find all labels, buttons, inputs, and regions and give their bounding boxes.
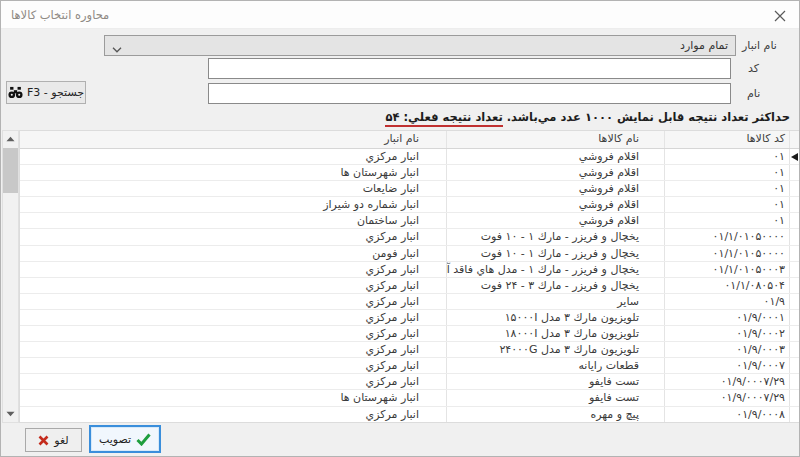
status-current-count: تعداد نتيجه فعلي: ۵۴ <box>385 110 502 127</box>
table-row[interactable]: ۰۱/۹/۰۰۰۳ تلويزيون مارك ۳ مدل ۲۴۰۰۰G انب… <box>20 342 799 358</box>
scroll-down-arrow-icon[interactable] <box>3 406 18 422</box>
cell-code: ۰۱/۹/۰۰۰۸ <box>664 407 789 422</box>
cell-name: اقلام فروشي <box>446 197 664 212</box>
approve-button[interactable]: تصويب <box>89 425 161 453</box>
cell-name: ساير <box>446 294 664 309</box>
search-button[interactable]: جستجو - F3 <box>6 81 86 104</box>
row-indicator-cell <box>789 326 799 341</box>
cell-warehouse: انبار مركزي <box>20 294 446 309</box>
warehouse-select[interactable]: تمام موارد <box>104 35 736 56</box>
cell-name: تست فايفو <box>446 390 664 405</box>
indicator-column-header <box>789 131 799 148</box>
cell-warehouse: انبار فومن <box>20 246 446 261</box>
dialog-title: محاوره انتخاب كالاها <box>11 8 109 22</box>
cell-name: يخچال و فريزر - مارك ۱ - ۱۰ فوت <box>446 246 664 261</box>
row-indicator-cell <box>789 342 799 357</box>
cell-warehouse: انبار مركزي <box>20 262 446 277</box>
cancel-button[interactable]: لغو <box>25 428 82 452</box>
chevron-down-icon <box>112 43 122 56</box>
result-count-status: حداكثر تعداد نتيجه قابل نمايش ۱۰۰۰ عدد م… <box>385 110 790 124</box>
title-bar: محاوره انتخاب كالاها <box>1 1 799 29</box>
table-row[interactable]: ۰۱/۹ ساير انبار مركزي <box>20 294 799 310</box>
cell-name: اقلام فروشي <box>446 149 664 164</box>
warehouse-label: نام انبار <box>742 39 777 52</box>
cell-name: پيچ و مهره <box>446 407 664 422</box>
cell-code: ۰۱ <box>664 197 789 212</box>
cell-warehouse: انبار ضايعات <box>20 181 446 196</box>
row-indicator-cell <box>789 213 799 228</box>
cell-name: يخچال و فريزر - مارك ۳ - ۲۴ فوت <box>446 278 664 293</box>
grid-body: ۰۱ اقلام فروشي انبار مركزي ۰۱ اقلام فروش… <box>20 149 799 423</box>
row-indicator-cell <box>789 358 799 373</box>
column-header-code[interactable]: كد كالاها <box>664 131 789 148</box>
cell-code: ۰۱/۱/۰۱۰۵۰۰۰۰ <box>664 229 789 244</box>
scroll-up-arrow-icon[interactable] <box>3 131 18 147</box>
cell-code: ۰۱/۱/۰۱۰۵۰۰۰۳ <box>664 262 789 277</box>
name-input[interactable] <box>208 83 731 104</box>
table-row[interactable]: ۰۱/۱/۰۱۰۵۰۰۰۰ يخچال و فريزر - مارك ۱ - ۱… <box>20 229 799 245</box>
table-row[interactable]: ۰۱/۹/۰۰۰۸ پيچ و مهره انبار مركزي <box>20 407 799 423</box>
close-icon[interactable] <box>773 9 787 23</box>
table-row[interactable]: ۰۱/۹/۰۰۰۷/۲۹ تست فايفو انبار شهرستان ها <box>20 390 799 406</box>
cell-warehouse: انبار شهرستان ها <box>20 390 446 405</box>
cell-warehouse: انبار مركزي <box>20 326 446 341</box>
row-indicator-cell <box>789 374 799 389</box>
cell-warehouse: انبار مركزي <box>20 229 446 244</box>
cell-name: تلويزيون مارك ۳ مدل ۲۴۰۰۰G <box>446 342 664 357</box>
table-row[interactable]: ۰۱ اقلام فروشي انبار شهرستان ها <box>20 165 799 181</box>
cell-code: ۰۱/۹/۰۰۰۷/۲۹ <box>664 374 789 389</box>
code-label: كد <box>748 62 759 75</box>
cell-warehouse: انبار ساختمان <box>20 213 446 228</box>
scrollbar-thumb[interactable] <box>3 148 18 193</box>
table-row[interactable]: ۰۱/۹/۰۰۰۱ تلويزيون مارك ۳ مدل ۱۵۰۰۰I انب… <box>20 310 799 326</box>
cell-warehouse: انبار شهرستان ها <box>20 165 446 180</box>
cell-code: ۰۱/۹/۰۰۰۳ <box>664 342 789 357</box>
table-row[interactable]: ۰۱ اقلام فروشي انبار ضايعات <box>20 181 799 197</box>
row-indicator-cell <box>789 229 799 244</box>
cell-warehouse: انبار مركزي <box>20 374 446 389</box>
cell-name: اقلام فروشي <box>446 213 664 228</box>
row-indicator-cell <box>789 149 799 164</box>
table-row[interactable]: ۰۱/۹/۰۰۰۷ قطعات رايانه انبار مركزي <box>20 358 799 374</box>
row-indicator-cell <box>789 181 799 196</box>
table-row[interactable]: ۰۱/۹/۰۰۰۷/۲۹ تست فايفو انبار مركزي <box>20 374 799 390</box>
column-header-warehouse[interactable]: نام انبار <box>20 131 446 148</box>
cell-code: ۰۱ <box>664 165 789 180</box>
table-row[interactable]: ۰۱/۱/۰۱۰۵۰۰۰۳ يخچال و فريزر - مارك ۱ - م… <box>20 262 799 278</box>
green-check-icon <box>136 433 151 446</box>
cell-name: اقلام فروشي <box>446 181 664 196</box>
cell-warehouse: انبار مركزي <box>20 278 446 293</box>
approve-button-label: تصويب <box>99 433 131 446</box>
code-input[interactable] <box>208 58 731 79</box>
triangle-left-marker <box>791 153 798 161</box>
row-indicator-cell <box>789 390 799 405</box>
status-text: حداكثر تعداد نتيجه قابل نمايش ۱۰۰۰ عدد م… <box>503 110 790 124</box>
name-label: نام <box>747 87 760 100</box>
table-row[interactable]: ۰۱/۱/۰۸۰۵۰۴ يخچال و فريزر - مارك ۳ - ۲۴ … <box>20 278 799 294</box>
row-indicator-cell <box>789 278 799 293</box>
table-row[interactable]: ۰۱ اقلام فروشي انبار مركزي <box>20 149 799 165</box>
table-row[interactable]: ۰۱/۱/۰۱۰۵۰۰۰۰ يخچال و فريزر - مارك ۱ - ۱… <box>20 246 799 262</box>
cell-warehouse: انبار مركزي <box>20 149 446 164</box>
table-row[interactable]: ۰۱/۹/۰۰۰۲ تلويزيون مارك ۳ مدل ۱۸۰۰۰I انب… <box>20 326 799 342</box>
table-row[interactable]: ۰۱ اقلام فروشي انبار ساختمان <box>20 213 799 229</box>
column-header-name[interactable]: نام كالاها <box>446 131 664 148</box>
cell-warehouse: انبار مركزي <box>20 358 446 373</box>
table-row[interactable]: ۰۱ اقلام فروشي انبار شماره دو شيراز <box>20 197 799 213</box>
binoculars-icon <box>8 86 23 99</box>
row-indicator-cell <box>789 197 799 212</box>
cell-name: تلويزيون مارك ۳ مدل ۱۵۰۰۰I <box>446 310 664 325</box>
cell-code: ۰۱/۹ <box>664 294 789 309</box>
grid-header-row: كد كالاها نام كالاها نام انبار <box>20 131 799 149</box>
cell-warehouse: انبار مركزي <box>20 407 446 422</box>
row-indicator-cell <box>789 407 799 422</box>
cell-code: ۰۱/۱/۰۸۰۵۰۴ <box>664 278 789 293</box>
select-goods-dialog: محاوره انتخاب كالاها نام انبار تمام موار… <box>0 0 800 457</box>
cell-name: قطعات رايانه <box>446 358 664 373</box>
row-indicator-cell <box>789 246 799 261</box>
row-indicator-cell <box>789 310 799 325</box>
cell-name: اقلام فروشي <box>446 165 664 180</box>
vertical-scrollbar[interactable] <box>2 130 19 423</box>
cell-code: ۰۱ <box>664 213 789 228</box>
row-indicator-cell <box>789 262 799 277</box>
